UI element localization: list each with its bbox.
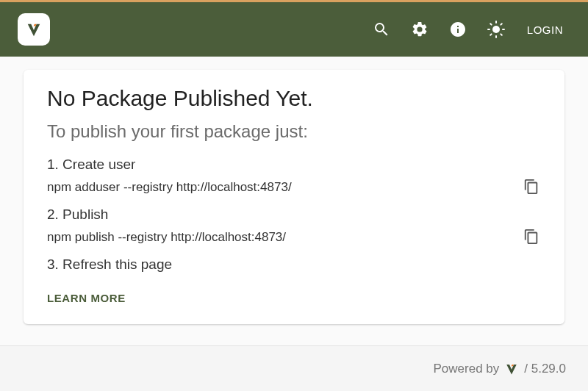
card-title: No Package Published Yet. <box>47 86 541 111</box>
verdaccio-logo[interactable] <box>18 13 50 46</box>
sun-icon <box>487 21 505 38</box>
search-button[interactable] <box>364 12 399 47</box>
settings-button[interactable] <box>402 12 437 47</box>
footer: Powered by / 5.29.0 <box>0 345 588 391</box>
login-button[interactable]: LOGIN <box>514 18 570 42</box>
step-1-label: 1. Create user <box>47 157 541 173</box>
powered-by-label: Powered by <box>434 362 500 376</box>
footer-text: Powered by / 5.29.0 <box>434 362 567 376</box>
theme-toggle-button[interactable] <box>478 12 514 47</box>
card-subtitle: To publish your first package just: <box>47 121 541 142</box>
version-label: / 5.29.0 <box>524 362 566 376</box>
step-1-command: npm adduser --registry http://localhost:… <box>47 180 292 195</box>
step-2-label: 2. Publish <box>47 207 541 223</box>
copy-icon <box>523 229 539 245</box>
info-icon <box>449 21 467 38</box>
step-3-label: 3. Refresh this page <box>47 257 541 273</box>
copy-button-1[interactable] <box>523 179 541 196</box>
copy-icon <box>523 179 539 195</box>
step-2-command: npm publish --registry http://localhost:… <box>47 230 286 245</box>
svg-point-0 <box>492 26 500 33</box>
info-button[interactable] <box>440 12 476 47</box>
empty-state-card: No Package Published Yet. To publish you… <box>24 70 564 324</box>
search-icon <box>373 21 390 38</box>
copy-button-2[interactable] <box>523 229 541 246</box>
step-2-command-row: npm publish --registry http://localhost:… <box>47 229 541 246</box>
step-1-command-row: npm adduser --registry http://localhost:… <box>47 179 541 196</box>
learn-more-link[interactable]: LEARN MORE <box>47 292 126 304</box>
app-header: LOGIN <box>0 2 588 57</box>
verdaccio-logo-icon <box>26 21 42 37</box>
verdaccio-footer-icon <box>505 362 518 376</box>
gear-icon <box>411 21 429 38</box>
